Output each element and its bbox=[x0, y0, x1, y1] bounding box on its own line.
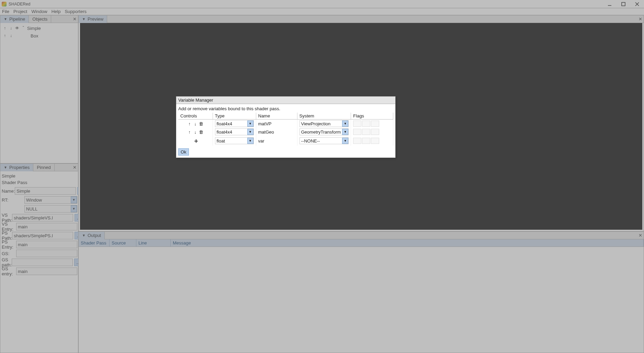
trash-icon[interactable]: 🗑 bbox=[199, 129, 204, 135]
trash-icon[interactable]: 🗑 bbox=[199, 121, 204, 126]
ok-button[interactable]: Ok bbox=[178, 148, 189, 156]
flag-checkbox[interactable] bbox=[353, 138, 361, 144]
table-row: ＋ float▼ var --NONE--▼ bbox=[178, 136, 393, 146]
col-flags: Flags bbox=[351, 113, 393, 119]
modal-overlay bbox=[0, 0, 644, 353]
var-name[interactable]: var bbox=[256, 136, 297, 146]
flag-checkbox[interactable] bbox=[362, 129, 370, 135]
chevron-down-icon: ▼ bbox=[342, 129, 348, 135]
plus-icon[interactable]: ＋ bbox=[193, 137, 198, 145]
flag-checkbox[interactable] bbox=[362, 121, 370, 127]
system-dropdown[interactable]: ViewProjection▼ bbox=[300, 120, 349, 127]
type-dropdown[interactable]: float▼ bbox=[215, 137, 254, 144]
col-type: Type bbox=[213, 113, 256, 119]
move-up-icon[interactable]: ↑ bbox=[187, 121, 192, 126]
chevron-down-icon: ▼ bbox=[342, 138, 348, 144]
table-row: ↑ ↓ 🗑 float4x4▼ matVP ViewProjection▼ bbox=[178, 119, 393, 128]
col-system: System bbox=[297, 113, 351, 119]
chevron-down-icon: ▼ bbox=[247, 121, 253, 127]
flag-checkbox[interactable] bbox=[371, 129, 379, 135]
flag-checkbox[interactable] bbox=[353, 121, 361, 127]
chevron-down-icon: ▼ bbox=[342, 121, 348, 127]
variables-table: Controls Type Name System Flags ↑ ↓ 🗑 fl… bbox=[178, 113, 393, 146]
variable-manager-dialog: Variable Manager Add or remove variables… bbox=[176, 96, 396, 158]
chevron-down-icon: ▼ bbox=[247, 138, 253, 144]
col-name: Name bbox=[256, 113, 297, 119]
flag-checkbox[interactable] bbox=[371, 121, 379, 127]
var-name[interactable]: matVP bbox=[256, 119, 297, 128]
var-name[interactable]: matGeo bbox=[256, 128, 297, 136]
chevron-down-icon: ▼ bbox=[247, 129, 253, 135]
flag-checkbox[interactable] bbox=[371, 138, 379, 144]
type-dropdown[interactable]: float4x4▼ bbox=[215, 128, 254, 135]
system-dropdown[interactable]: --NONE--▼ bbox=[300, 137, 349, 144]
move-down-icon[interactable]: ↓ bbox=[193, 121, 198, 126]
flag-checkbox[interactable] bbox=[362, 138, 370, 144]
dialog-title: Variable Manager bbox=[176, 96, 395, 104]
type-dropdown[interactable]: float4x4▼ bbox=[215, 120, 254, 127]
table-row: ↑ ↓ 🗑 float4x4▼ matGeo GeometryTransform… bbox=[178, 128, 393, 136]
system-dropdown[interactable]: GeometryTransform▼ bbox=[300, 128, 349, 135]
flag-checkbox[interactable] bbox=[353, 129, 361, 135]
dialog-description: Add or remove variables bound to this sh… bbox=[178, 106, 393, 111]
col-controls: Controls bbox=[178, 113, 213, 119]
move-up-icon[interactable]: ↑ bbox=[187, 129, 192, 135]
move-down-icon[interactable]: ↓ bbox=[193, 129, 198, 135]
